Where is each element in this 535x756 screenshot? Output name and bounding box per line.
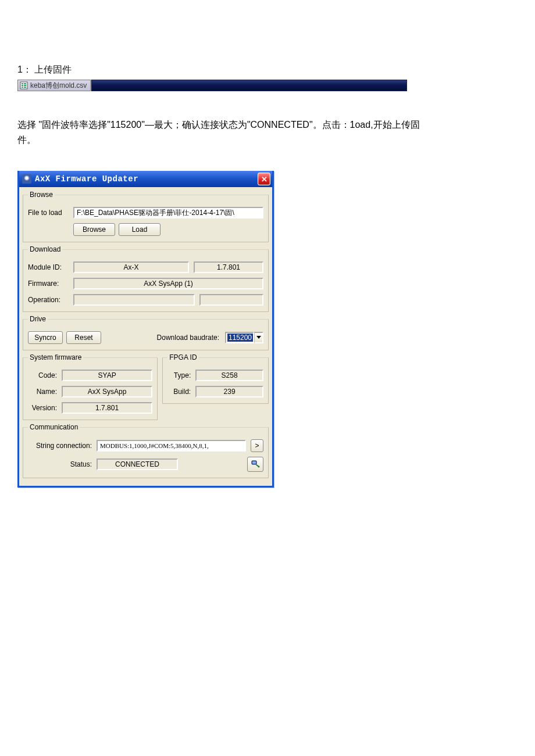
browse-legend: Browse xyxy=(28,191,55,199)
svg-point-10 xyxy=(258,465,260,467)
module-id-value: Ax-X xyxy=(73,261,189,273)
doc-paragraph: 选择 "固件波特率选择"115200"—最大；确认连接状态为"CONNECTED… xyxy=(17,117,425,148)
svg-rect-5 xyxy=(22,87,23,88)
app-icon xyxy=(22,174,31,184)
name-value: AxX SysApp xyxy=(62,386,152,397)
firmware-value: AxX SysApp (1) xyxy=(73,278,263,289)
firmware-label: Firmware: xyxy=(28,280,69,288)
string-connection-input[interactable]: MODBUS:1,1000,J#COM:5,38400,N,8,1, xyxy=(97,440,246,452)
status-label: Status: xyxy=(28,460,92,468)
file-to-load-input[interactable]: F:\BE_Data\PHASE驱动器手册\菲仕-2014-4-17\固\ xyxy=(73,207,263,218)
code-value: SYAP xyxy=(62,370,152,381)
load-button[interactable]: Load xyxy=(119,223,160,236)
connection-icon xyxy=(251,459,260,470)
close-icon: ✕ xyxy=(261,175,268,184)
svg-rect-2 xyxy=(24,83,26,84)
operation-label: Operation: xyxy=(28,296,69,304)
close-button[interactable]: ✕ xyxy=(258,173,270,185)
system-firmware-group: System firmware Code: SYAP Name: AxX Sys… xyxy=(23,353,158,420)
svg-rect-1 xyxy=(22,83,23,84)
string-connection-label: String connection: xyxy=(28,442,92,450)
status-value: CONNECTED xyxy=(97,458,178,470)
syncro-button[interactable]: Syncro xyxy=(28,331,63,344)
module-id-label: Module ID: xyxy=(28,263,69,271)
svg-rect-6 xyxy=(24,87,26,88)
communication-group: Communication String connection: MODBUS:… xyxy=(23,423,269,478)
sysfw-legend: System firmware xyxy=(28,353,83,361)
window-titlebar[interactable]: AxX Firmware Updater ✕ xyxy=(19,171,272,187)
taskbar-file-label: keba博创mold.csv xyxy=(30,81,87,91)
fpga-build-label: Build: xyxy=(167,388,191,396)
connection-settings-button[interactable] xyxy=(247,457,263,472)
browse-group: Browse File to load F:\BE_Data\PHASE驱动器手… xyxy=(23,191,269,242)
operation-right xyxy=(199,294,263,306)
taskbar-dark-area xyxy=(91,80,407,91)
download-group: Download Module ID: Ax-X 1.7.801 Firmwar… xyxy=(23,245,269,312)
doc-heading: 1： 上传固件 xyxy=(17,64,518,76)
comm-legend: Communication xyxy=(28,423,80,431)
file-icon xyxy=(20,81,28,89)
baudrate-label: Download baudrate: xyxy=(105,334,222,342)
string-connection-more-button[interactable]: > xyxy=(251,439,263,452)
fpga-legend: FPGA ID xyxy=(167,353,198,361)
taskbar-file-item[interactable]: keba博创mold.csv xyxy=(17,80,90,91)
module-version-value: 1.7.801 xyxy=(194,261,263,273)
operation-left xyxy=(73,294,195,306)
reset-button[interactable]: Reset xyxy=(66,331,101,344)
download-legend: Download xyxy=(28,245,62,253)
version-value: 1.7.801 xyxy=(62,402,152,414)
baudrate-value: 115200 xyxy=(227,334,253,342)
drive-legend: Drive xyxy=(28,315,48,323)
name-label: Name: xyxy=(28,388,57,396)
fpga-build-value: 239 xyxy=(195,386,263,397)
fpga-type-label: Type: xyxy=(167,371,191,379)
svg-rect-4 xyxy=(24,85,26,86)
baudrate-dropdown-button[interactable] xyxy=(254,332,263,343)
code-label: Code: xyxy=(28,371,57,379)
drive-group: Drive Syncro Reset Download baudrate: 11… xyxy=(23,315,269,350)
chevron-down-icon xyxy=(256,336,261,339)
taskbar-row: keba博创mold.csv xyxy=(17,80,407,91)
firmware-updater-window: AxX Firmware Updater ✕ Browse File to lo… xyxy=(17,171,274,488)
fpga-id-group: FPGA ID Type: S258 Build: 239 xyxy=(162,353,269,404)
file-to-load-label: File to load xyxy=(28,209,69,217)
browse-button[interactable]: Browse xyxy=(73,223,115,236)
svg-marker-7 xyxy=(256,336,261,339)
fpga-type-value: S258 xyxy=(195,370,263,381)
baudrate-select[interactable]: 115200 xyxy=(225,332,263,343)
svg-rect-3 xyxy=(22,85,23,86)
window-title: AxX Firmware Updater xyxy=(35,174,258,184)
svg-rect-9 xyxy=(252,461,256,464)
version-label: Version: xyxy=(28,404,57,412)
